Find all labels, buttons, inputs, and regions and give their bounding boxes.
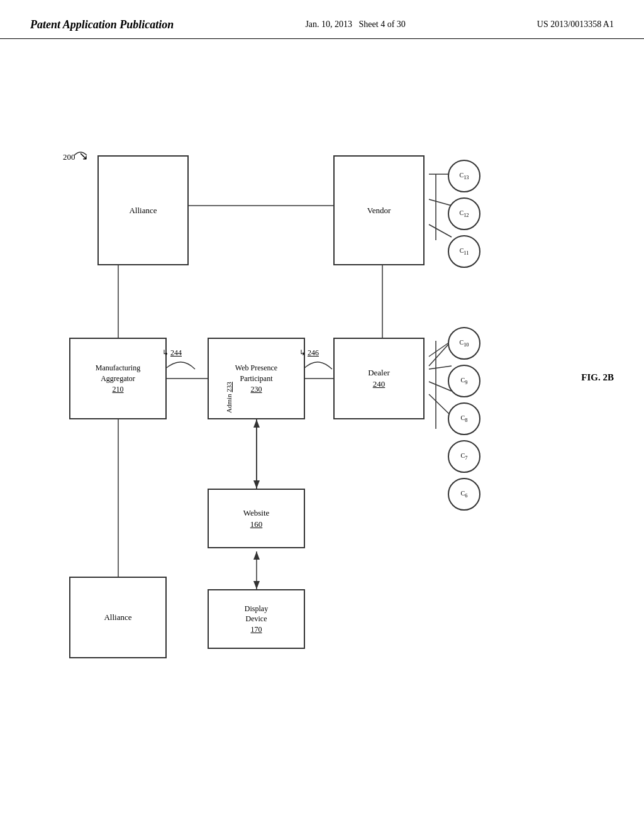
svg-marker-17 xyxy=(253,480,260,489)
patent-number: US 2013/0013358 A1 xyxy=(537,18,614,31)
circle-c7: C7 xyxy=(448,440,480,473)
svg-marker-19 xyxy=(253,551,260,560)
publication-title: Patent Application Publication xyxy=(30,18,174,32)
circle-c11: C11 xyxy=(448,235,480,268)
dealer-box: Dealer240 xyxy=(333,338,425,419)
web-presence-box: Web PresenceParticipant230 xyxy=(208,338,305,419)
circle-c9: C9 xyxy=(448,365,480,397)
svg-line-6 xyxy=(429,199,452,206)
svg-line-7 xyxy=(429,224,452,237)
figure-label: FIG. 2B xyxy=(581,372,614,383)
circle-c10: C10 xyxy=(448,327,480,360)
alliance-bottom-box: Alliance xyxy=(69,577,167,658)
ref-244-label: ↳ 244 xyxy=(162,348,182,358)
svg-marker-20 xyxy=(253,581,260,589)
diagram-num-label: 200 ↘ xyxy=(63,149,88,163)
circle-c8: C8 xyxy=(448,402,480,435)
circle-c13: C13 xyxy=(448,160,480,192)
page-header: Patent Application Publication Jan. 10, … xyxy=(0,0,644,39)
diagram-lines xyxy=(0,39,644,806)
website-box: Website160 xyxy=(208,489,305,548)
svg-line-10 xyxy=(429,366,452,369)
alliance-top-box: Alliance xyxy=(97,155,189,265)
sheet-info: Jan. 10, 2013 Sheet 4 of 30 xyxy=(305,18,405,31)
admin-label: Admin 233 xyxy=(225,382,233,414)
display-device-box: DisplayDevice170 xyxy=(208,589,305,649)
vendor-box: Vendor xyxy=(333,155,425,265)
manufacturing-aggregator-box: ManufacturingAggregator210 xyxy=(69,338,167,419)
ref-246-label: ↳ 246 xyxy=(299,348,319,358)
svg-marker-16 xyxy=(253,419,260,428)
circle-c12: C12 xyxy=(448,197,480,230)
circle-c6: C6 xyxy=(448,478,480,511)
diagram-area: 200 ↘ Alliance Vendor ManufacturingAggre… xyxy=(0,39,644,806)
